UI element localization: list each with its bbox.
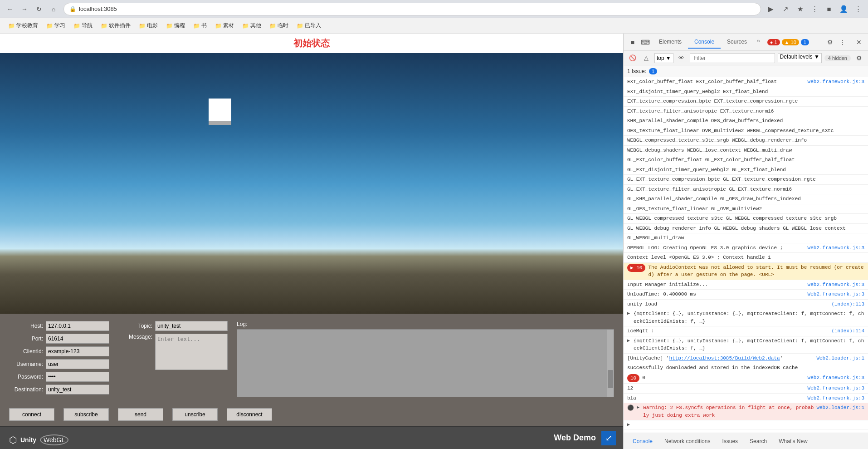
issue-bar: 1 Issue: 1: [624, 65, 868, 77]
bookmark-item[interactable]: 📁导航: [70, 20, 96, 31]
clear-console-button[interactable]: 🚫: [627, 53, 638, 64]
password-label: Password:: [9, 374, 43, 380]
folder-icon: 📁: [73, 23, 80, 29]
bookmark-item[interactable]: 📁学校教育: [5, 20, 42, 31]
unity-canvas: [0, 53, 623, 314]
host-row: Host:: [9, 321, 109, 331]
bookmark-item[interactable]: 📁软件插件: [97, 20, 134, 31]
browser-topbar: ← → ↻ ⌂ 🔒 localhost:3085 ▶ ↗ ★ ⋮ ■ 👤 ⋮: [0, 0, 868, 18]
bookmark-item[interactable]: 📁学习: [43, 20, 69, 31]
log-entry: GL_EXT_texture_compression_bptc GL_EXT_t…: [624, 175, 868, 185]
password-input[interactable]: [46, 372, 109, 382]
count-badge: 10: [627, 374, 639, 383]
destination-input[interactable]: [46, 385, 109, 395]
log-entry: 12 Web2.framework.js:3: [624, 384, 868, 394]
disconnect-button[interactable]: disconnect: [227, 408, 272, 421]
topic-input[interactable]: [155, 321, 228, 331]
log-entry: GL_WEBGL_multi_draw: [624, 233, 868, 243]
message-textarea[interactable]: [155, 334, 228, 370]
log-entry: ▶ {mqttClient: {…}, unityInstance: {…}, …: [624, 336, 868, 354]
devtools-close-button[interactable]: ✕: [853, 37, 864, 48]
devtools-more-tabs[interactable]: »: [753, 36, 764, 49]
bookmark-item[interactable]: 📁已导入: [293, 20, 325, 31]
console-log[interactable]: EXT_color_buffer_float EXT_color_buffer_…: [624, 77, 868, 433]
log-entry: ▶: [624, 420, 868, 429]
expand-button[interactable]: ⤢: [601, 431, 616, 445]
devtools-tabs: Elements Console Sources »: [653, 36, 764, 49]
folder-icon: 📁: [242, 23, 249, 29]
log-entry: GL_EXT_disjoint_timer_query_webgl2 GL_EX…: [624, 165, 868, 175]
host-input[interactable]: [46, 321, 109, 331]
user-icon[interactable]: 👤: [837, 3, 850, 15]
log-entry: unity load (index):113: [624, 300, 868, 310]
port-row: Port:: [9, 334, 109, 344]
devtools-panel: ■ ⌨ Elements Console Sources » ● 1 ▲ 10 …: [623, 34, 868, 449]
folder-icon: 📁: [297, 23, 303, 29]
log-entry: GL_OES_texture_float_linear GL_OVR_multi…: [624, 204, 868, 214]
bottom-tab-console[interactable]: Console: [627, 436, 658, 447]
bookmark-item[interactable]: 📁书: [190, 20, 210, 31]
log-scrollbar-thumb[interactable]: [608, 370, 613, 388]
folder-icon: 📁: [46, 23, 53, 29]
log-area[interactable]: [237, 329, 614, 397]
log-entry: GL_EXT_texture_filter_anisotropic GL_EXT…: [624, 185, 868, 195]
share-icon[interactable]: ↗: [779, 3, 792, 15]
log-entry: 10 0 Web2.framework.js:3: [624, 373, 868, 384]
bottom-tab-whatsnew[interactable]: What's New: [773, 436, 813, 447]
console-settings-button[interactable]: ⚙: [853, 53, 864, 64]
log-scrollbar[interactable]: [607, 330, 614, 397]
devtools-more-button[interactable]: ⋮: [837, 37, 848, 48]
bookmark-item[interactable]: 📁其他: [239, 20, 265, 31]
tab-sources[interactable]: Sources: [721, 36, 753, 49]
bottom-tab-network[interactable]: Network conditions: [659, 436, 716, 447]
subscribe-button[interactable]: subscribe: [63, 408, 109, 421]
eye-button[interactable]: 👁: [676, 53, 687, 64]
web-demo-text: Web Demo: [554, 433, 596, 443]
devtools-device-button[interactable]: ⌨: [640, 37, 651, 48]
address-bar[interactable]: 🔒 localhost:3085: [63, 3, 761, 15]
devtools-inspect-button[interactable]: ■: [627, 37, 638, 48]
form-section: Host: Port: ClientId: Username:: [9, 321, 109, 397]
folder-icon: 📁: [139, 23, 146, 29]
topic-section: Topic: Message:: [118, 321, 228, 397]
filter-input[interactable]: [690, 53, 775, 63]
more-menu-icon[interactable]: ⋮: [852, 3, 864, 15]
forward-button[interactable]: →: [18, 3, 31, 15]
log-entry: EXT_texture_filter_anisotropic EXT_textu…: [624, 107, 868, 117]
log-entry: EXT_color_buffer_float EXT_color_buffer_…: [624, 77, 868, 87]
connect-button[interactable]: connect: [9, 408, 54, 421]
tab-console[interactable]: Console: [688, 36, 721, 49]
menu-dots-icon[interactable]: ⋮: [808, 3, 821, 15]
send-button[interactable]: send: [118, 408, 163, 421]
issue-label: 1 Issue:: [627, 68, 646, 74]
bookmark-item[interactable]: 📁素材: [211, 20, 238, 31]
devtools-settings-button[interactable]: ⚙: [824, 37, 835, 48]
bottom-tab-search[interactable]: Search: [744, 436, 772, 447]
filter-toggle-button[interactable]: △: [641, 53, 652, 64]
clientid-label: ClientId:: [9, 348, 43, 355]
port-input[interactable]: [46, 334, 109, 344]
username-input[interactable]: [46, 359, 109, 369]
hidden-badge[interactable]: 4 hidden: [824, 55, 851, 61]
reload-button[interactable]: ↻: [33, 3, 45, 15]
home-button[interactable]: ⌂: [47, 3, 60, 15]
clientid-input[interactable]: [46, 346, 109, 356]
cast-icon[interactable]: ▶: [765, 3, 777, 15]
bottom-tab-issues[interactable]: Issues: [717, 436, 743, 447]
context-selector[interactable]: top ▼: [654, 53, 673, 63]
level-selector[interactable]: Default levels ▼: [778, 53, 822, 63]
webpage: 初始状态 Host: Port: Cl: [0, 34, 623, 449]
unscribe-button[interactable]: unscribe: [172, 408, 218, 421]
bookmark-star-icon[interactable]: ★: [794, 3, 806, 15]
bookmark-item[interactable]: 📁编程: [162, 20, 189, 31]
tab-elements[interactable]: Elements: [653, 36, 688, 49]
host-label: Host:: [9, 323, 43, 329]
clientid-row: ClientId:: [9, 346, 109, 356]
info-badge: 1: [801, 39, 809, 45]
devtools-badges: ● 1 ▲ 10 1: [767, 39, 809, 45]
error-icon: ⚫: [627, 404, 634, 412]
bookmark-item[interactable]: 📁电影: [135, 20, 161, 31]
back-button[interactable]: ←: [4, 3, 16, 15]
extension-icon[interactable]: ■: [823, 3, 835, 15]
bookmark-item[interactable]: 📁临时: [266, 20, 292, 31]
